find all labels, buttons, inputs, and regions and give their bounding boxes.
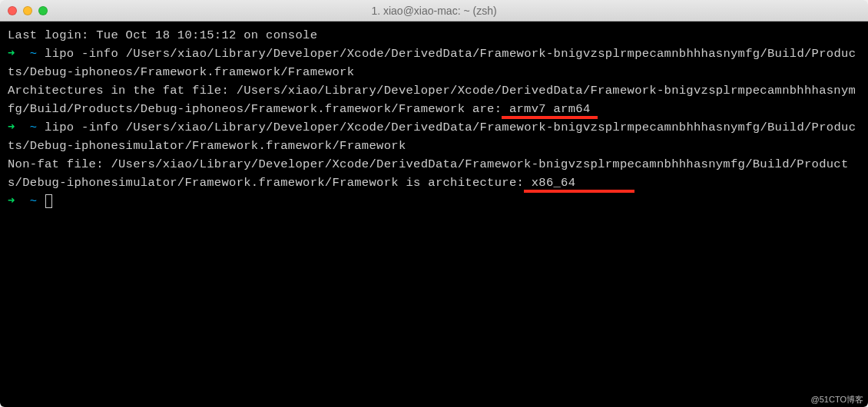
prompt-path: ~ — [30, 121, 38, 134]
command-2: lipo -info /Users/xiao/Library/Developer… — [8, 121, 856, 153]
prompt-path: ~ — [30, 194, 38, 208]
titlebar[interactable]: 1. xiao@xiao-mac: ~ (zsh) — [0, 0, 868, 22]
prompt-path: ~ — [30, 47, 38, 61]
close-icon[interactable] — [8, 6, 17, 15]
terminal-content[interactable]: Last login: Tue Oct 18 10:15:12 on conso… — [0, 22, 868, 407]
last-login-line: Last login: Tue Oct 18 10:15:12 on conso… — [8, 28, 317, 42]
prompt-arrow-icon: ➜ — [8, 121, 15, 134]
prompt-arrow-icon: ➜ — [8, 194, 15, 208]
watermark: @51CTO博客 — [811, 394, 863, 405]
minimize-icon[interactable] — [23, 6, 32, 15]
terminal-window: 1. xiao@xiao-mac: ~ (zsh) Last login: Tu… — [0, 0, 868, 407]
command-1: lipo -info /Users/xiao/Library/Developer… — [8, 47, 856, 79]
prompt-arrow-icon: ➜ — [8, 47, 15, 61]
output-2-arch: x86_64 — [524, 176, 634, 190]
window-title: 1. xiao@xiao-mac: ~ (zsh) — [0, 5, 868, 17]
traffic-lights — [0, 6, 48, 15]
cursor-icon — [45, 194, 52, 208]
output-1-prefix: Architectures in the fat file: /Users/xi… — [8, 84, 856, 116]
output-2-prefix: Non-fat file: /Users/xiao/Library/Develo… — [8, 157, 849, 190]
maximize-icon[interactable] — [38, 6, 48, 15]
output-1-arch: armv7 arm64 — [502, 102, 598, 116]
